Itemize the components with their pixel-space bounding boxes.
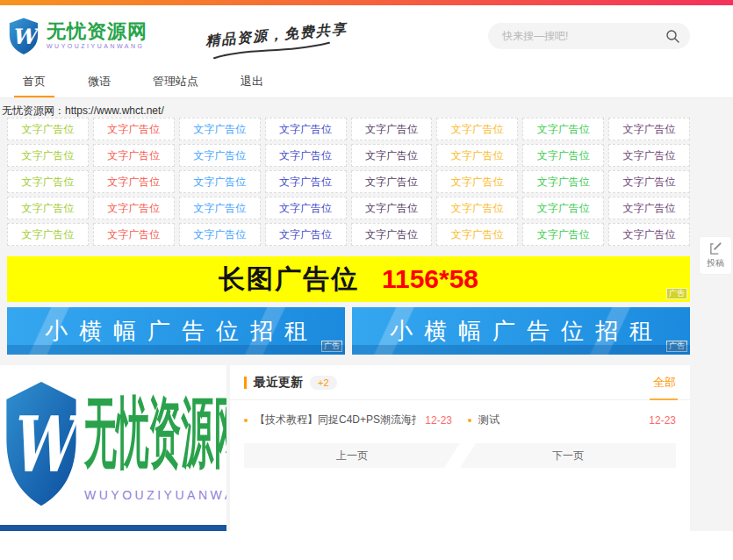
text-ad-cell[interactable]: 文字广告位 [7, 223, 89, 246]
long-ad-banner[interactable]: 长图广告位 1156*58 广告 [7, 256, 690, 302]
text-ad-cell[interactable]: 文字广告位 [522, 223, 604, 246]
text-ad-cell[interactable]: 文字广告位 [93, 197, 175, 219]
text-ad-cell[interactable]: 文字广告位 [351, 197, 433, 219]
text-ad-cell[interactable]: 文字广告位 [351, 118, 433, 140]
bullet-dot-icon [468, 419, 471, 422]
edit-pencil-icon [709, 242, 722, 255]
ad-badge: 广告 [666, 288, 687, 299]
small-ad-banner-right[interactable]: 小横幅广告位招租 广告 [352, 307, 690, 355]
text-ad-cell[interactable]: 文字广告位 [93, 170, 175, 193]
bottom-section: W 无忧资源网 WUYOUZIYUANWANG 最近更新 +2 全部 [0, 365, 733, 531]
search-input[interactable] [502, 30, 665, 42]
item-title: 【技术教程】同捉C4D+PS潮流海报案例课 [255, 413, 416, 427]
text-ad-cell[interactable]: 文字广告位 [7, 197, 89, 219]
text-ad-cell[interactable]: 文字广告位 [436, 144, 518, 167]
text-ad-cell[interactable]: 文字广告位 [179, 118, 261, 140]
long-ad-size: 1156*58 [382, 264, 478, 294]
footer-brand-name: 无忧资源网 [84, 385, 226, 478]
nav-item-logout[interactable]: 退出 [232, 66, 272, 97]
update-list: 【技术教程】同捉C4D+PS潮流海报案例课 12-23 测试 12-23 [230, 400, 690, 427]
ad-badge: 广告 [666, 341, 687, 352]
text-ad-cell[interactable]: 文字广告位 [608, 223, 690, 246]
text-ad-cell[interactable]: 文字广告位 [608, 197, 690, 219]
text-ad-cell[interactable]: 文字广告位 [93, 118, 175, 140]
text-ad-cell[interactable]: 文字广告位 [265, 118, 347, 140]
small-ad-text: 小横幅广告位招租 [378, 316, 664, 347]
text-ad-cell[interactable]: 文字广告位 [522, 170, 604, 193]
item-date: 12-23 [640, 414, 676, 427]
recent-updates-panel: 最近更新 +2 全部 【技术教程】同捉C4D+PS潮流海报案例课 12-23 测… [230, 365, 690, 531]
bullet-dot-icon [244, 419, 248, 422]
item-title: 测试 [478, 413, 499, 427]
main-nav: 首页 微语 管理站点 退出 [0, 66, 733, 98]
text-ad-cell[interactable]: 文字广告位 [436, 170, 518, 193]
prev-page-button[interactable]: 上一页 [244, 443, 460, 468]
header: W 无忧资源网 WUYOUZIYUANWANG 精品资源，免费共享 [0, 5, 733, 66]
search-icon [665, 29, 679, 43]
text-ad-cell[interactable]: 文字广告位 [436, 197, 518, 219]
text-ad-cell[interactable]: 文字广告位 [522, 197, 604, 219]
view-all-underline [650, 398, 678, 400]
footer-logo-card[interactable]: W 无忧资源网 WUYOUZIYUANWANG [0, 365, 226, 531]
content-area: 无忧资源网：https://www.whct.net/ 文字广告位文字广告位文字… [0, 98, 733, 531]
list-item[interactable]: 【技术教程】同捉C4D+PS潮流海报案例课 12-23 [244, 413, 452, 427]
ad-badge: 广告 [321, 341, 342, 352]
panel-header: 最近更新 +2 全部 [230, 365, 690, 400]
panel-title: 最近更新 [254, 375, 303, 391]
text-ad-cell[interactable]: 文字广告位 [93, 223, 175, 246]
nav-item-weiyu[interactable]: 微语 [79, 66, 119, 97]
list-item[interactable]: 测试 12-23 [468, 413, 676, 427]
text-ad-cell[interactable]: 文字广告位 [522, 144, 604, 167]
text-ad-cell[interactable]: 文字广告位 [436, 118, 518, 140]
text-ad-cell[interactable]: 文字广告位 [7, 118, 89, 140]
nav-item-home[interactable]: 首页 [14, 66, 54, 97]
view-all-link[interactable]: 全部 [653, 375, 676, 391]
text-ad-cell[interactable]: 文字广告位 [351, 223, 433, 246]
text-ad-grid: 文字广告位文字广告位文字广告位文字广告位文字广告位文字广告位文字广告位文字广告位… [7, 118, 690, 246]
submit-post-button[interactable]: 投稿 [700, 237, 731, 274]
next-page-button[interactable]: 下一页 [460, 443, 676, 468]
text-ad-cell[interactable]: 文字广告位 [179, 144, 261, 167]
new-count-badge: +2 [310, 376, 337, 390]
text-ad-cell[interactable]: 文字广告位 [179, 223, 261, 246]
small-ad-banner-left[interactable]: 小横幅广告位招租 广告 [7, 307, 345, 355]
text-ad-cell[interactable]: 文字广告位 [265, 197, 347, 219]
footer-logo-strip [0, 525, 226, 531]
text-ad-cell[interactable]: 文字广告位 [265, 223, 347, 246]
text-ad-cell[interactable]: 文字广告位 [179, 197, 261, 219]
site-url-label: 无忧资源网： [2, 104, 65, 117]
text-ad-cell[interactable]: 文字广告位 [7, 170, 89, 193]
nav-item-manage-site[interactable]: 管理站点 [144, 66, 207, 97]
text-ad-cell[interactable]: 文字广告位 [351, 144, 433, 167]
text-ad-cell[interactable]: 文字广告位 [179, 170, 261, 193]
text-ad-cell[interactable]: 文字广告位 [608, 144, 690, 167]
text-ad-cell[interactable]: 文字广告位 [265, 144, 347, 167]
item-date: 12-23 [416, 414, 452, 427]
svg-text:W: W [11, 399, 81, 490]
shield-logo-large-icon: W [2, 377, 81, 513]
long-ad-title: 长图广告位 [219, 262, 359, 298]
text-ad-cell[interactable]: 文字广告位 [93, 144, 175, 167]
text-ad-cell[interactable]: 文字广告位 [436, 223, 518, 246]
brand-subtitle: WUYOUZIYUANWANG [47, 42, 147, 51]
text-ad-cell[interactable]: 文字广告位 [608, 170, 690, 193]
search-button[interactable] [665, 29, 679, 43]
small-banner-row: 小横幅广告位招租 广告 小横幅广告位招租 广告 [7, 307, 690, 355]
site-logo[interactable]: W 无忧资源网 WUYOUZIYUANWANG [7, 17, 147, 55]
text-ad-cell[interactable]: 文字广告位 [522, 118, 604, 140]
slogan-calligraphy: 精品资源，免费共享 [205, 20, 348, 51]
shield-logo-icon: W [7, 17, 40, 55]
brand-name: 无忧资源网 [47, 21, 147, 42]
site-url-line: 无忧资源网：https://www.whct.net/ [0, 98, 733, 118]
footer-brand-subtitle: WUYOUZIYUANWANG [84, 488, 226, 502]
text-ad-cell[interactable]: 文字广告位 [7, 144, 89, 167]
text-ad-cell[interactable]: 文字广告位 [265, 170, 347, 193]
text-ad-cell[interactable]: 文字广告位 [351, 170, 433, 193]
site-url-link[interactable]: https://www.whct.net/ [65, 104, 164, 117]
submit-post-label: 投稿 [707, 257, 724, 269]
page: W 无忧资源网 WUYOUZIYUANWANG 精品资源，免费共享 [0, 0, 733, 560]
pagination: 上一页 下一页 [244, 443, 676, 468]
title-accent-bar [244, 377, 247, 389]
small-ad-text: 小横幅广告位招租 [33, 316, 319, 347]
text-ad-cell[interactable]: 文字广告位 [608, 118, 690, 140]
